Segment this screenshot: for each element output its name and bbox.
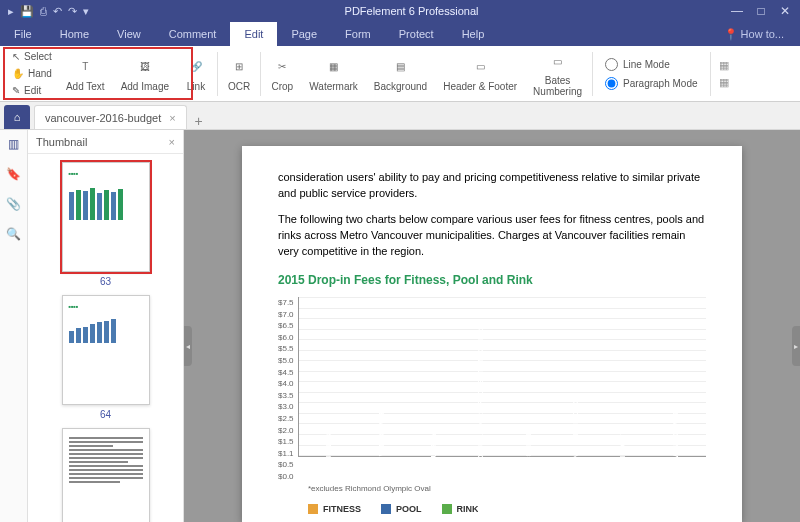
add-text-button[interactable]: TAdd Text xyxy=(58,49,113,99)
thumbnail-panel: Thumbnail × ■■■■ 63 ■■■■ 64 65 xyxy=(28,130,184,522)
thumbnail-page-number: 64 xyxy=(62,409,150,420)
thumbnail-title: Thumbnail xyxy=(36,136,87,148)
ocr-button[interactable]: ⊞OCR xyxy=(220,49,258,99)
document-tab-bar: ⌂ vancouver-2016-budget × + xyxy=(0,102,800,130)
background-button[interactable]: ▤Background xyxy=(366,49,435,99)
header-footer-icon: ▭ xyxy=(469,56,491,78)
thumbnail-page[interactable]: ■■■■ 64 xyxy=(62,295,150,420)
panel-collapse-left[interactable]: ◂ xyxy=(184,326,192,366)
close-tab-icon[interactable]: × xyxy=(169,112,175,124)
qat-file-icon[interactable]: ▸ xyxy=(8,5,14,18)
legend-item: FITNESS xyxy=(308,503,361,516)
menu-protect[interactable]: Protect xyxy=(385,22,448,46)
add-tab-button[interactable]: + xyxy=(187,113,207,129)
bates-button[interactable]: ▭Bates Numbering xyxy=(525,49,590,99)
cursor-icon: ↖ xyxy=(12,51,20,62)
thumbnail-page-number: 63 xyxy=(62,276,150,287)
minimize-button[interactable]: — xyxy=(726,4,748,18)
title-bar: ▸ 💾 ⎙ ↶ ↷ ▾ PDFelement 6 Professional — … xyxy=(0,0,800,22)
qat-print-icon[interactable]: ⎙ xyxy=(40,5,47,18)
bates-icon: ▭ xyxy=(547,50,569,72)
chart-y-axis: $7.5$7.0$6.5$6.0$5.5$5.0$4.5$4.0$3.5$3.0… xyxy=(278,297,298,457)
qat-more-icon[interactable]: ▾ xyxy=(83,5,89,18)
body-text: consideration users' ability to pay and … xyxy=(278,170,706,202)
search-icon[interactable]: 🔍 xyxy=(6,226,22,242)
chart-plot: BURNABYNORTH VANCOUVERSURREYSURREY LEISU… xyxy=(298,297,706,457)
pdf-page: consideration users' ability to pay and … xyxy=(242,146,742,522)
background-icon: ▤ xyxy=(389,56,411,78)
document-tab-label: vancouver-2016-budget xyxy=(45,112,161,124)
crop-icon: ✂ xyxy=(271,56,293,78)
legend-item: POOL xyxy=(381,503,422,516)
hand-icon: ✋ xyxy=(12,68,24,79)
ocr-icon: ⊞ xyxy=(228,56,250,78)
side-toolbar: ▥ 🔖 📎 🔍 xyxy=(0,130,28,522)
attachments-icon[interactable]: 📎 xyxy=(6,196,22,212)
thumbnail-header: Thumbnail × xyxy=(28,130,183,154)
close-thumbnail-icon[interactable]: × xyxy=(169,136,175,148)
ribbon: ↖Select ✋Hand ✎Edit TAdd Text 🖼Add Image… xyxy=(0,46,800,102)
menu-bar: File Home View Comment Edit Page Form Pr… xyxy=(0,22,800,46)
header-footer-button[interactable]: ▭Header & Footer xyxy=(435,49,525,99)
home-icon: ⌂ xyxy=(14,111,21,123)
chart: $7.5$7.0$6.5$6.0$5.5$5.0$4.5$4.0$3.5$3.0… xyxy=(278,297,706,477)
quick-access-toolbar: ▸ 💾 ⎙ ↶ ↷ ▾ xyxy=(0,5,97,18)
add-image-button[interactable]: 🖼Add Image xyxy=(113,49,177,99)
select-tool[interactable]: ↖Select xyxy=(12,49,52,65)
thumbnail-page[interactable]: 65 xyxy=(62,428,150,522)
align-icon[interactable]: ▦ xyxy=(719,59,729,72)
hand-tool[interactable]: ✋Hand xyxy=(12,66,52,82)
align-icon-2[interactable]: ▦ xyxy=(719,76,729,89)
menu-help[interactable]: Help xyxy=(448,22,499,46)
ribbon-cursor-group: ↖Select ✋Hand ✎Edit xyxy=(6,47,58,101)
qat-save-icon[interactable]: 💾 xyxy=(20,5,34,18)
paragraph-mode-radio[interactable]: Paragraph Mode xyxy=(605,77,698,90)
link-icon: 🔗 xyxy=(185,56,207,78)
maximize-button[interactable]: □ xyxy=(750,4,772,18)
how-to-link[interactable]: 📍 How to... xyxy=(724,28,800,41)
edit-tool[interactable]: ✎Edit xyxy=(12,83,52,99)
document-viewer[interactable]: ◂ ▸ consideration users' ability to pay … xyxy=(184,130,800,522)
close-button[interactable]: ✕ xyxy=(774,4,796,18)
menu-form[interactable]: Form xyxy=(331,22,385,46)
menu-comment[interactable]: Comment xyxy=(155,22,231,46)
chart-title: 2015 Drop-in Fees for Fitness, Pool and … xyxy=(278,272,706,289)
text-icon: T xyxy=(74,56,96,78)
panel-collapse-right[interactable]: ▸ xyxy=(792,326,800,366)
document-tab[interactable]: vancouver-2016-budget × xyxy=(34,105,187,129)
edit-mode-group: Line Mode Paragraph Mode xyxy=(595,54,708,94)
menu-file[interactable]: File xyxy=(0,22,46,46)
chart-legend: FITNESS POOL RINK xyxy=(308,503,706,516)
watermark-button[interactable]: ▦Watermark xyxy=(301,49,366,99)
align-group: ▦ ▦ xyxy=(713,55,735,93)
qat-redo-icon[interactable]: ↷ xyxy=(68,5,77,18)
watermark-icon: ▦ xyxy=(323,56,345,78)
chart-footnote: *excludes Richmond Olympic Oval xyxy=(308,483,706,495)
app-title: PDFelement 6 Professional xyxy=(97,5,726,17)
menu-view[interactable]: View xyxy=(103,22,155,46)
thumbnails-icon[interactable]: ▥ xyxy=(6,136,22,152)
legend-item: RINK xyxy=(442,503,479,516)
link-button[interactable]: 🔗Link xyxy=(177,49,215,99)
bookmarks-icon[interactable]: 🔖 xyxy=(6,166,22,182)
body-text: The following two charts below compare v… xyxy=(278,212,706,260)
menu-home[interactable]: Home xyxy=(46,22,103,46)
image-icon: 🖼 xyxy=(134,56,156,78)
menu-edit[interactable]: Edit xyxy=(230,22,277,46)
line-mode-radio[interactable]: Line Mode xyxy=(605,58,698,71)
crop-button[interactable]: ✂Crop xyxy=(263,49,301,99)
menu-page[interactable]: Page xyxy=(277,22,331,46)
thumbnail-page[interactable]: ■■■■ 63 xyxy=(62,162,150,287)
qat-undo-icon[interactable]: ↶ xyxy=(53,5,62,18)
workspace: ▥ 🔖 📎 🔍 Thumbnail × ■■■■ 63 ■■■■ 64 65 ◂ xyxy=(0,130,800,522)
home-tab[interactable]: ⌂ xyxy=(4,105,30,129)
thumbnail-list: ■■■■ 63 ■■■■ 64 65 xyxy=(28,154,183,522)
edit-icon: ✎ xyxy=(12,85,20,96)
